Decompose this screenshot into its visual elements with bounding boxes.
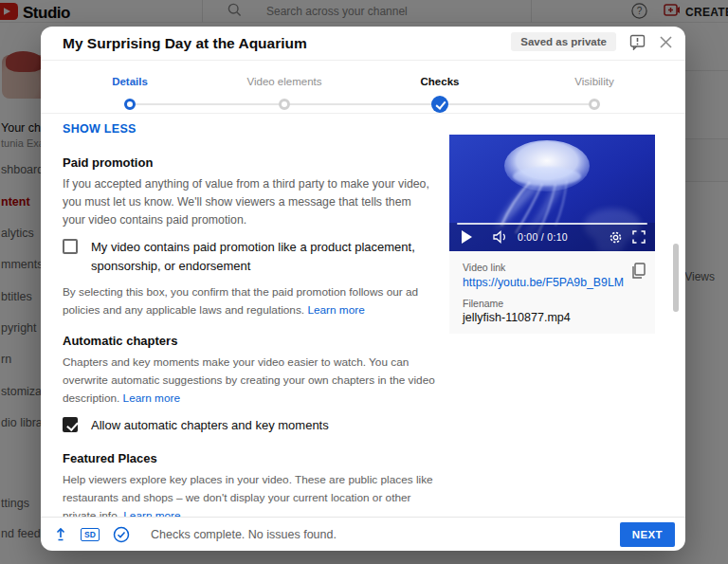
- filename-value: jellyfish-110877.mp4: [463, 311, 642, 324]
- video-info-box: Video link https://youtu.be/F5PA9b_B9LM …: [449, 251, 655, 334]
- upload-done-icon: [54, 527, 67, 541]
- paid-promotion-learn-more-link[interactable]: Learn more: [307, 303, 364, 317]
- featured-places-learn-more-link[interactable]: Learn more: [123, 509, 180, 517]
- settings-icon[interactable]: [609, 230, 623, 245]
- dialog-header: My Surprising Day at the Aquarium Saved …: [41, 27, 685, 61]
- paid-promotion-heading: Paid promotion: [63, 155, 436, 170]
- copy-icon[interactable]: [630, 263, 646, 283]
- video-preview-panel: 0:00 / 0:10 Video link https:/: [449, 135, 655, 334]
- automatic-chapters-learn-more-link[interactable]: Learn more: [123, 391, 180, 405]
- filename-label: Filename: [463, 298, 642, 309]
- youtube-studio-screen: Studio Search across your channel ? CREA…: [0, 0, 728, 564]
- fullscreen-icon[interactable]: [632, 230, 646, 244]
- step-visibility-dot: [589, 99, 600, 110]
- close-icon[interactable]: [659, 35, 673, 49]
- volume-icon[interactable]: [493, 230, 508, 244]
- checks-status-text: Checks complete. No issues found.: [151, 528, 337, 541]
- paid-promotion-note: By selecting this box, you confirm that …: [63, 283, 436, 319]
- show-less-link[interactable]: SHOW LESS: [63, 122, 136, 136]
- dialog-scrollbar[interactable]: [673, 244, 679, 312]
- dialog-content: SHOW LESS Paid promotion If you accepted…: [41, 114, 685, 517]
- saved-status-badge: Saved as private: [511, 32, 616, 51]
- feedback-button[interactable]: [629, 34, 646, 50]
- automatic-chapters-description: Chapters and key moments make your video…: [63, 354, 436, 408]
- upload-stepper: Details Video elements Checks Visibility: [41, 61, 685, 114]
- player-controls: 0:00 / 0:10: [449, 223, 655, 251]
- dialog-title: My Surprising Day at the Aquarium: [63, 35, 307, 52]
- paid-promotion-description: If you accepted anything of value from a…: [63, 175, 436, 229]
- step-details-dot: [124, 99, 136, 110]
- featured-places-description: Help viewers explore key places in your …: [63, 471, 436, 517]
- sd-quality-icon: SD: [81, 528, 100, 541]
- video-details-dialog: My Surprising Day at the Aquarium Saved …: [41, 27, 685, 551]
- dialog-footer: SD Checks complete. No issues found. NEX…: [41, 517, 685, 551]
- paid-promotion-checkbox[interactable]: [63, 239, 78, 254]
- video-player[interactable]: 0:00 / 0:10: [449, 135, 655, 251]
- featured-places-heading: Featured Places: [63, 451, 436, 465]
- video-link-url[interactable]: https://youtu.be/F5PA9b_B9LM: [463, 276, 624, 289]
- automatic-chapters-checkbox-row: Allow automatic chapters and key moments: [63, 416, 436, 435]
- stepper-connector: [130, 103, 594, 105]
- paid-promotion-checkbox-row: My video contains paid promotion like a …: [63, 238, 436, 276]
- automatic-chapters-heading: Automatic chapters: [63, 334, 436, 348]
- paid-promotion-checkbox-label[interactable]: My video contains paid promotion like a …: [91, 238, 436, 276]
- next-button[interactable]: NEXT: [620, 522, 675, 547]
- checks-done-icon: [113, 526, 130, 543]
- video-link-label: Video link: [463, 262, 642, 273]
- player-time: 0:00 / 0:10: [518, 231, 568, 243]
- automatic-chapters-checkbox[interactable]: [63, 417, 78, 432]
- automatic-chapters-checkbox-label[interactable]: Allow automatic chapters and key moments: [91, 416, 329, 435]
- step-video-elements-dot: [279, 99, 290, 110]
- step-checks-dot: [431, 96, 448, 113]
- play-icon[interactable]: [461, 230, 472, 244]
